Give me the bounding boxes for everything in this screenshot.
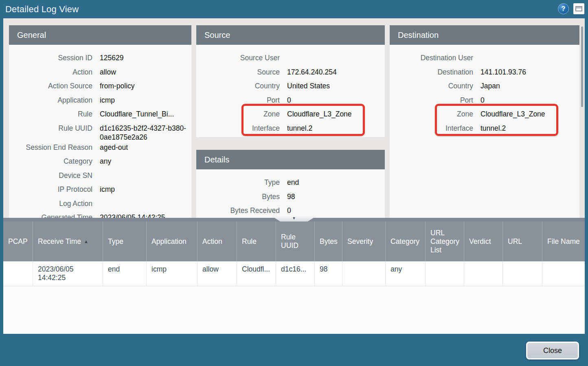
column-label: PCAP: [8, 237, 28, 246]
cell-text: end: [108, 265, 120, 273]
titlebar-icons: ?: [558, 3, 584, 14]
detail-row: Zone Cloudflare_L3_Zone: [390, 108, 579, 123]
details-panel-body: Type end Bytes 98 Bytes Received 0: [196, 169, 385, 221]
field-value: 0: [287, 94, 382, 105]
source-panel-title: Source: [196, 25, 385, 45]
field-label: Interface: [390, 123, 473, 133]
field-label: Action Source: [9, 80, 92, 90]
table-column-header[interactable]: Bytes: [315, 221, 342, 261]
table-column-header[interactable]: Rule UUID: [276, 221, 315, 261]
field-label: IP Protocol: [9, 184, 92, 194]
table-column-header[interactable]: Verdict: [464, 221, 503, 261]
table-column-header[interactable]: File Name: [542, 221, 585, 261]
details-panel-title: Details: [196, 150, 385, 169]
log-table-section: ▼ PCAP Receive Time ▲ Type Application A…: [3, 218, 585, 334]
field-label: Source User: [196, 52, 280, 62]
table-column-header[interactable]: URL: [503, 221, 542, 261]
cell-text: 2023/06/05 14:42:25: [38, 265, 74, 282]
scrollbar-thumb[interactable]: [581, 26, 583, 107]
detail-row: Source User: [196, 52, 385, 66]
details-panel: Details Type end Bytes 98 Bytes Received…: [196, 150, 385, 221]
column-label: Type: [108, 237, 123, 246]
question-mark-glyph: ?: [562, 5, 566, 13]
table-column-header[interactable]: Application: [147, 221, 197, 261]
detail-row: Country United States: [196, 80, 385, 94]
detail-row: Session ID 125629: [9, 52, 191, 66]
sort-ascending-icon: ▲: [84, 237, 88, 246]
table-cell[interactable]: [542, 261, 585, 286]
field-label: Country: [196, 80, 280, 90]
field-label: Session ID: [9, 52, 92, 62]
field-value: from-policy: [100, 80, 191, 90]
table-column-header[interactable]: Severity: [342, 221, 386, 261]
detail-row: Country Japan: [390, 80, 579, 94]
cell-text: icmp: [151, 265, 167, 273]
table-cell[interactable]: 2023/06/05 14:42:25: [33, 261, 103, 286]
cell-text: any: [391, 265, 402, 273]
field-value: Cloudflare_L3_Zone: [287, 108, 382, 118]
table-cell[interactable]: Cloudfl...: [237, 261, 276, 286]
window-glyph: [575, 6, 582, 11]
field-label: Port: [390, 94, 473, 105]
table-column-header[interactable]: Rule: [237, 221, 276, 261]
table-column-header[interactable]: URL Category List: [426, 221, 464, 261]
chevron-down-icon: ▼: [292, 217, 296, 220]
log-detail-content: General Session ID 125629 Action allow A…: [3, 18, 585, 334]
detail-row: Category any: [9, 156, 191, 170]
detail-row: Device SN: [9, 170, 191, 184]
field-value: 0: [287, 205, 382, 215]
field-label: Bytes Received: [196, 205, 280, 215]
window-restore-icon[interactable]: [573, 3, 584, 14]
field-value: 0: [480, 94, 575, 105]
table-row[interactable]: 2023/06/05 14:42:25 end icmp allow Cloud…: [3, 261, 585, 286]
table-cell[interactable]: [3, 261, 33, 286]
detail-row: Bytes 98: [196, 191, 385, 205]
field-value: any: [100, 156, 191, 166]
detail-row: Type end: [196, 177, 385, 191]
field-value: [100, 170, 191, 171]
field-value: 125629: [100, 52, 191, 62]
field-label: Application: [9, 94, 92, 105]
detailed-log-view-dialog: Detailed Log View ? General Session ID 1…: [0, 0, 588, 366]
destination-panel: Destination Destination User Destination…: [390, 25, 579, 221]
collapse-handle[interactable]: ▼: [271, 216, 317, 221]
vertical-scrollbar[interactable]: [580, 18, 585, 219]
column-label: Receive Time: [38, 237, 81, 246]
table-cell[interactable]: [342, 261, 386, 286]
field-value: 172.64.240.254: [287, 66, 382, 77]
table-cell[interactable]: [503, 261, 542, 286]
general-panel-body: Session ID 125629 Action allow Action So…: [9, 45, 191, 221]
table-cell[interactable]: icmp: [147, 261, 197, 286]
table-cell[interactable]: 98: [315, 261, 342, 286]
table-column-header[interactable]: PCAP: [3, 221, 33, 261]
field-value: United States: [287, 80, 382, 90]
field-value: Japan: [480, 80, 575, 90]
table-cell[interactable]: any: [386, 261, 426, 286]
help-icon[interactable]: ?: [558, 3, 569, 14]
close-button[interactable]: Close: [526, 342, 579, 359]
detail-row: Session End Reason aged-out: [9, 142, 191, 156]
dialog-title: Detailed Log View: [5, 4, 79, 15]
detail-row: Destination 141.101.93.76: [390, 66, 579, 81]
table-column-header[interactable]: Receive Time ▲: [33, 221, 103, 261]
table-column-header[interactable]: Action: [197, 221, 237, 261]
detail-row: Zone Cloudflare_L3_Zone: [196, 108, 385, 123]
table-column-header[interactable]: Category: [386, 221, 426, 261]
source-panel-body: Source User Source 172.64.240.254 Countr…: [196, 45, 385, 137]
field-label: Log Action: [9, 198, 92, 208]
destination-panel-body: Destination User Destination 141.101.93.…: [390, 45, 579, 221]
detail-row: Port 0: [196, 94, 385, 109]
table-cell[interactable]: d1c16...: [276, 261, 315, 286]
table-cell[interactable]: [426, 261, 464, 286]
field-value: d1c16235-b2f2-4327-b380-0ae1875e2a26: [100, 123, 191, 142]
detail-row: Port 0: [390, 94, 579, 109]
table-cell[interactable]: allow: [197, 261, 237, 286]
detail-row: IP Protocol icmp: [9, 184, 191, 198]
table-cell[interactable]: end: [103, 261, 147, 286]
table-cell[interactable]: [464, 261, 503, 286]
splitter-bar[interactable]: ▼: [3, 218, 585, 221]
field-label: Destination: [390, 66, 473, 77]
table-column-header[interactable]: Type: [103, 221, 147, 261]
detail-row: Action Source from-policy: [9, 80, 191, 94]
detail-row: Source 172.64.240.254: [196, 66, 385, 81]
